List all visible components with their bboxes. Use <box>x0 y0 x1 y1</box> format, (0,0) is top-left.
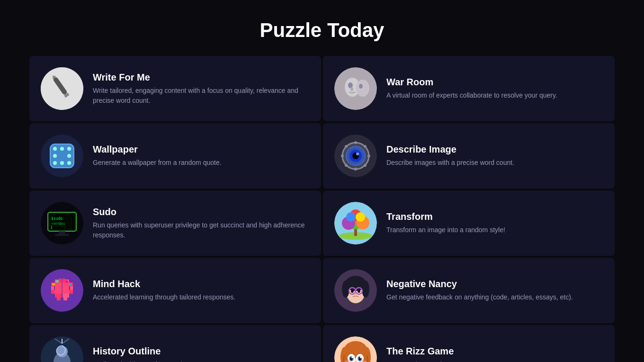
svg-rect-63 <box>55 294 62 298</box>
rizz-game-title: The Rizz Game <box>386 346 603 357</box>
svg-point-25 <box>356 153 359 155</box>
svg-text:root@ai: root@ai <box>51 222 65 226</box>
svg-point-29 <box>367 154 370 157</box>
svg-point-16 <box>67 154 71 158</box>
transform-title: Transform <box>386 211 603 222</box>
describe-image-desc: Describe images with a precise word coun… <box>386 158 603 168</box>
card-war-room[interactable]: War Room A virtual room of experts colla… <box>323 56 615 121</box>
svg-point-49 <box>346 212 356 222</box>
card-negative-nancy[interactable]: Negative Nancy Get negative feedback on … <box>323 258 615 323</box>
describe-image-content: Describe Image Describe images with a pr… <box>386 144 603 168</box>
page-title: Puzzle Today <box>0 0 644 56</box>
svg-point-50 <box>356 212 365 222</box>
mind-hack-title: Mind Hack <box>93 279 310 290</box>
svg-rect-66 <box>63 298 67 300</box>
mind-hack-content: Mind Hack Accelerated learning through t… <box>93 279 310 302</box>
svg-point-31 <box>364 164 367 167</box>
write-for-me-title: Write For Me <box>93 72 310 83</box>
svg-point-8 <box>359 84 363 89</box>
svg-point-81 <box>351 289 354 293</box>
sudo-desc: Run queries with superuser privilege to … <box>93 220 310 240</box>
svg-point-33 <box>345 164 348 167</box>
svg-rect-41 <box>55 234 69 236</box>
sudo-title: Sudo <box>93 207 310 217</box>
svg-point-17 <box>53 161 57 165</box>
wallpaper-icon <box>41 135 83 177</box>
transform-desc: Transform an image into a random style! <box>386 225 603 235</box>
svg-rect-69 <box>56 281 59 282</box>
write-for-me-content: Write For Me Write tailored, engaging co… <box>93 72 310 106</box>
svg-point-74 <box>342 281 349 298</box>
svg-point-14 <box>67 147 71 151</box>
history-outline-title: History Outline <box>93 346 310 357</box>
card-sudo[interactable]: $sudo root@ai ▌ Sudo Run queries with su… <box>29 190 321 256</box>
svg-point-83 <box>355 293 357 295</box>
negative-nancy-desc: Get negative feedback on anything (code,… <box>386 292 603 302</box>
transform-content: Transform Transform an image into a rand… <box>386 211 603 235</box>
card-history-outline[interactable]: History Outline Outlines the history of … <box>29 325 321 362</box>
svg-point-75 <box>362 281 369 298</box>
write-for-me-desc: Write tailored, engaging content with a … <box>93 86 310 106</box>
mind-hack-desc: Accelerated learning through tailored re… <box>93 292 310 302</box>
negative-nancy-title: Negative Nancy <box>386 279 603 290</box>
svg-point-9 <box>350 87 353 91</box>
svg-rect-60 <box>51 290 55 294</box>
card-write-for-me[interactable]: Write For Me Write tailored, engaging co… <box>29 56 321 121</box>
negative-nancy-icon <box>334 269 377 312</box>
rizz-game-desc: Try to get her number! <box>386 360 603 362</box>
svg-point-26 <box>354 141 357 144</box>
svg-rect-65 <box>57 298 61 300</box>
history-outline-content: History Outline Outlines the history of … <box>93 346 310 362</box>
svg-rect-40 <box>59 231 65 234</box>
mind-hack-icon <box>41 269 83 312</box>
svg-rect-64 <box>63 294 69 298</box>
svg-point-32 <box>364 145 367 148</box>
svg-point-13 <box>60 147 64 151</box>
negative-nancy-content: Negative Nancy Get negative feedback on … <box>386 279 603 302</box>
svg-text:▌: ▌ <box>51 226 53 229</box>
war-room-icon <box>334 67 377 110</box>
history-outline-desc: Outlines the history of any topic! <box>93 360 310 362</box>
transform-icon <box>334 202 377 244</box>
card-rizz-game[interactable]: The Rizz Game Try to get her number! <box>323 325 615 362</box>
rizz-game-icon <box>334 336 377 362</box>
card-wallpaper[interactable]: Wallpaper Generate a wallpaper from a ra… <box>29 123 321 189</box>
svg-point-6 <box>356 80 369 97</box>
svg-point-15 <box>53 154 57 158</box>
card-transform[interactable]: Transform Transform an image into a rand… <box>323 190 615 256</box>
svg-point-28 <box>341 154 344 157</box>
svg-rect-57 <box>70 286 73 290</box>
describe-image-icon <box>334 135 377 177</box>
wallpaper-desc: Generate a wallpaper from a random quote… <box>93 158 310 168</box>
rizz-game-content: The Rizz Game Try to get her number! <box>386 346 603 362</box>
cards-grid: Write For Me Write tailored, engaging co… <box>0 56 644 362</box>
svg-point-18 <box>60 161 64 165</box>
card-mind-hack[interactable]: Mind Hack Accelerated learning through t… <box>29 258 321 323</box>
svg-rect-58 <box>69 290 73 294</box>
svg-point-19 <box>67 161 71 165</box>
sudo-icon: $sudo root@ai ▌ <box>41 202 83 244</box>
sudo-content: Sudo Run queries with superuser privileg… <box>93 207 310 240</box>
history-outline-icon <box>41 336 83 362</box>
svg-point-102 <box>360 356 362 358</box>
svg-rect-70 <box>65 281 68 282</box>
svg-rect-59 <box>51 286 54 290</box>
war-room-title: War Room <box>386 77 603 88</box>
svg-point-30 <box>345 145 348 148</box>
card-describe-image[interactable]: Describe Image Describe images with a pr… <box>323 123 615 189</box>
svg-point-101 <box>351 356 353 358</box>
svg-point-12 <box>53 147 57 151</box>
svg-point-27 <box>354 168 357 171</box>
wallpaper-content: Wallpaper Generate a wallpaper from a ra… <box>93 144 310 168</box>
war-room-content: War Room A virtual room of experts colla… <box>386 77 603 100</box>
svg-rect-62 <box>62 279 63 296</box>
svg-rect-68 <box>69 283 72 285</box>
svg-text:$sudo: $sudo <box>51 217 63 221</box>
svg-point-82 <box>358 289 360 293</box>
describe-image-title: Describe Image <box>386 144 603 155</box>
war-room-desc: A virtual room of experts collaborate to… <box>386 90 603 100</box>
svg-rect-67 <box>52 283 55 285</box>
wallpaper-title: Wallpaper <box>93 144 310 155</box>
write-for-me-icon <box>41 67 83 110</box>
